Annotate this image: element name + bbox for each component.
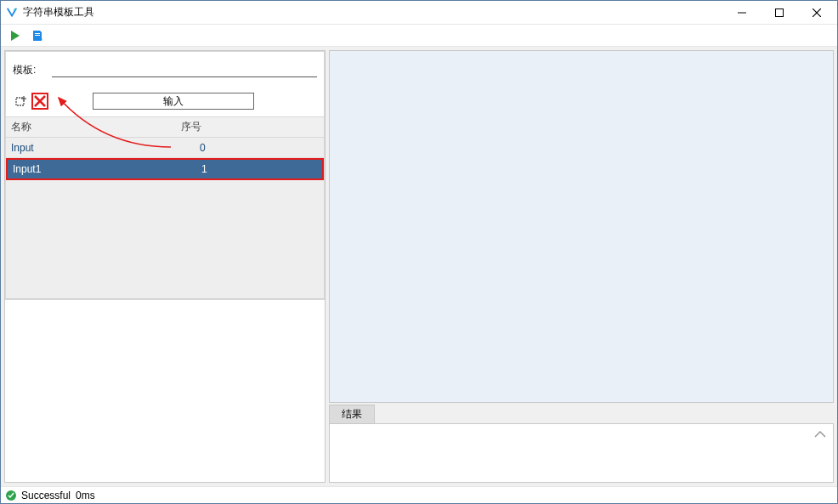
svg-point-0 — [14, 8, 16, 11]
main-content: 模板: 输入 — [1, 47, 837, 486]
template-input[interactable] — [52, 62, 317, 77]
svg-rect-7 — [35, 35, 40, 36]
cell-index: 1 — [178, 163, 322, 175]
left-blank-area — [5, 300, 325, 482]
run-button[interactable] — [8, 28, 23, 43]
cell-index: 0 — [176, 142, 324, 154]
grid-empty-area[interactable] — [6, 180, 324, 299]
right-panel: 结果 — [329, 50, 834, 483]
svg-marker-5 — [11, 31, 20, 41]
preview-area[interactable] — [329, 50, 834, 403]
export-button[interactable] — [30, 28, 45, 43]
close-button[interactable] — [798, 1, 835, 25]
grid-rows: Input 0 Input1 1 — [6, 138, 324, 180]
minimize-button[interactable] — [723, 1, 761, 25]
statusbar: Successful 0ms — [1, 486, 837, 503]
table-row[interactable]: Input1 1 — [6, 158, 324, 180]
left-panel: 模板: 输入 — [4, 50, 326, 483]
grid-headers: 名称 序号 — [6, 116, 324, 138]
titlebar: 字符串模板工具 — [1, 1, 837, 25]
add-item-button[interactable] — [13, 93, 30, 110]
button-row: 输入 — [13, 93, 317, 110]
delete-item-button[interactable] — [31, 93, 48, 110]
status-time: 0ms — [76, 490, 95, 501]
result-tabs: 结果 — [329, 405, 834, 423]
svg-rect-2 — [776, 8, 784, 16]
header-name[interactable]: 名称 — [6, 117, 176, 137]
table-row[interactable]: Input 0 — [6, 138, 324, 158]
input-type-button[interactable]: 输入 — [93, 93, 254, 110]
window-title: 字符串模板工具 — [23, 5, 94, 20]
maximize-button[interactable] — [761, 1, 798, 25]
app-window: 字符串模板工具 模板: — [0, 0, 838, 504]
cell-name: Input — [6, 142, 176, 154]
status-ok-icon — [6, 490, 16, 501]
toolbar — [1, 25, 837, 47]
template-row: 模板: — [13, 62, 317, 77]
cell-name: Input1 — [8, 163, 178, 175]
status-text: Successful — [21, 490, 71, 501]
svg-rect-6 — [35, 33, 40, 34]
tab-result[interactable]: 结果 — [329, 405, 375, 423]
app-logo-icon — [6, 7, 18, 19]
result-panel[interactable] — [329, 423, 834, 483]
template-label: 模板: — [13, 63, 52, 77]
chevron-up-icon[interactable] — [814, 429, 826, 441]
header-index[interactable]: 序号 — [176, 117, 324, 137]
